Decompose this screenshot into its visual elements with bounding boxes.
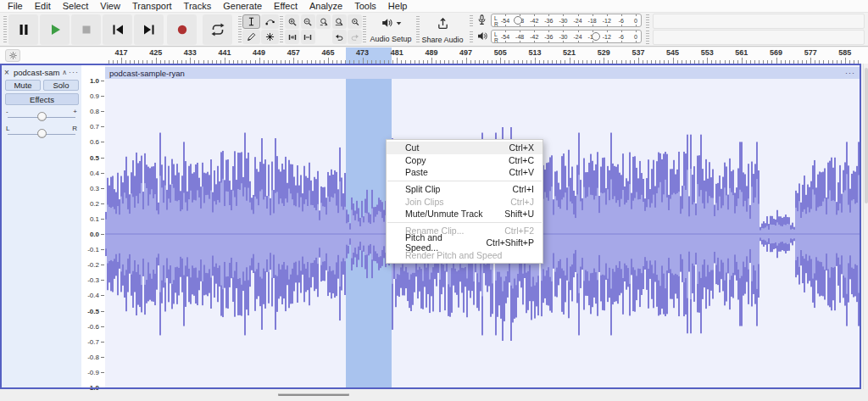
horizontal-scrollbar-thumb[interactable] [278, 393, 349, 396]
selection-tool-button[interactable] [242, 14, 260, 29]
menu-file[interactable]: File [2, 0, 29, 12]
clip-menu-button[interactable]: ··· [845, 69, 855, 77]
ruler-minor-tick [392, 60, 393, 64]
ruler-minor-tick [285, 60, 286, 64]
edit-toolbar-grip[interactable] [280, 16, 283, 43]
context-menu-item-copy[interactable]: CopyCtrl+C [387, 154, 542, 167]
recording-meter-bar[interactable]: LR-54-48-42-36-30-24-18-12-60 [491, 14, 642, 27]
zoom-in-button[interactable] [285, 14, 299, 29]
draw-tool-button[interactable] [242, 30, 260, 44]
speaker-icon[interactable] [476, 30, 488, 46]
transport-toolbar-grip[interactable] [3, 16, 7, 43]
ruler-label: 577 [804, 48, 817, 57]
ruler-minor-tick [405, 60, 406, 64]
effects-button[interactable]: Effects [5, 93, 79, 105]
ruler-minor-tick [612, 60, 613, 64]
audio-setup-button[interactable]: Audio Setup [366, 14, 415, 46]
tools-toolbar-grip[interactable] [238, 16, 242, 43]
playback-meter-bar[interactable]: LR-54-48-42-36-30-24-18-12-60 [491, 30, 642, 43]
microphone-icon[interactable] [476, 14, 488, 30]
playback-meter-grip[interactable] [470, 31, 473, 43]
share-audio-button[interactable]: Share Audio [419, 14, 466, 46]
scale-label: -0.7 [87, 337, 99, 345]
gain-min-label: - [6, 108, 8, 115]
menu-bar: FileEditSelectViewTransportTracksGenerat… [0, 0, 868, 13]
pause-button[interactable] [8, 14, 38, 45]
menu-effect[interactable]: Effect [268, 0, 303, 12]
ruler-label: 465 [321, 48, 334, 57]
meter-grip-1[interactable] [646, 14, 649, 28]
ruler-minor-tick [212, 60, 213, 64]
play-button[interactable] [40, 14, 70, 45]
skip-to-end-button[interactable] [134, 14, 164, 45]
ruler-major-tick [810, 58, 811, 64]
menu-view[interactable]: View [94, 0, 126, 12]
ruler-minor-tick [509, 60, 509, 64]
ruler-minor-tick [677, 60, 678, 64]
record-button[interactable] [167, 14, 197, 45]
clip-header[interactable]: podcast-sample-ryan ··· [105, 67, 860, 79]
context-menu-item-pitch-and-speed[interactable]: Pitch and Speed...Ctrl+Shift+P [387, 237, 542, 249]
vertical-scrollbar-thumb[interactable] [865, 68, 868, 203]
menu-tracks[interactable]: Tracks [178, 0, 218, 12]
ruler-minor-tick [462, 60, 463, 64]
undo-button[interactable] [332, 30, 347, 44]
ruler-minor-tick [694, 60, 695, 64]
stop-button[interactable] [71, 14, 101, 45]
vertical-scale-ruler[interactable]: 1.00.90.80.70.60.50.40.30.20.10.0-0.1-0.… [81, 65, 105, 387]
menu-analyze[interactable]: Analyze [303, 0, 348, 12]
track-close-button[interactable]: × [4, 68, 12, 77]
menu-tools[interactable]: Tools [348, 0, 382, 12]
ruler-minor-tick [806, 60, 807, 64]
zoom-to-selection-button[interactable] [316, 14, 331, 29]
ruler-label: 473 [356, 48, 369, 57]
ruler-minor-tick [823, 60, 824, 64]
track-name[interactable]: podcast-sam... [14, 68, 60, 77]
meter-grip-2[interactable] [646, 31, 649, 44]
multi-tool-button[interactable] [261, 30, 279, 44]
solo-button[interactable]: Solo [43, 80, 79, 91]
context-menu-item-cut[interactable]: CutCtrl+X [387, 142, 542, 154]
menu-edit[interactable]: Edit [29, 0, 57, 12]
ruler-minor-tick [492, 60, 492, 64]
play-icon [47, 21, 64, 38]
playback-volume-slider[interactable] [592, 32, 600, 41]
loop-button[interactable] [203, 14, 232, 45]
ruler-major-tick [673, 58, 674, 64]
timeline-ruler[interactable]: 4174254334414494574654734814894975055135… [0, 47, 868, 64]
menu-help[interactable]: Help [382, 0, 414, 12]
ruler-label: 481 [391, 48, 403, 57]
menu-generate[interactable]: Generate [217, 0, 268, 12]
track-collapse-icon[interactable]: ∧ [62, 69, 67, 76]
context-menu-item-split-clip[interactable]: Split ClipCtrl+I [387, 183, 542, 196]
loop-icon [209, 21, 226, 38]
trim-outside-selection-button[interactable] [285, 30, 299, 44]
mute-button[interactable]: Mute [5, 80, 41, 91]
db-tick [563, 14, 564, 16]
context-menu-item-mute-unmute-track[interactable]: Mute/Unmute TrackShift+U [387, 208, 542, 220]
menu-select[interactable]: Select [57, 0, 95, 12]
ruler-minor-tick [337, 60, 337, 64]
db-label: -6 [619, 18, 624, 24]
scale-tick [101, 96, 104, 97]
ruler-minor-tick [574, 60, 575, 64]
ruler-minor-tick [272, 60, 273, 64]
track-menu-button[interactable]: ··· [69, 68, 79, 76]
silence-selection-button[interactable] [301, 30, 315, 44]
menu-transport[interactable]: Transport [126, 0, 178, 12]
vertical-scrollbar[interactable] [863, 64, 868, 389]
zoom-to-project-button[interactable] [332, 14, 347, 29]
horizontal-scrollbar[interactable] [0, 389, 868, 401]
envelope-tool-button[interactable] [261, 14, 279, 29]
pan-slider[interactable] [37, 129, 47, 138]
recording-meter-grip[interactable] [470, 15, 473, 27]
gain-slider[interactable] [37, 112, 47, 121]
context-menu-item-paste[interactable]: PasteCtrl+V [387, 166, 542, 179]
scale-label: -1.0 [87, 384, 99, 392]
timeline-options-button[interactable] [5, 49, 20, 62]
zoom-toggle-button[interactable] [348, 14, 362, 29]
skip-to-start-button[interactable] [103, 14, 132, 45]
redo-button[interactable] [348, 30, 362, 44]
ruler-minor-tick [668, 60, 669, 64]
zoom-out-button[interactable] [301, 14, 315, 29]
